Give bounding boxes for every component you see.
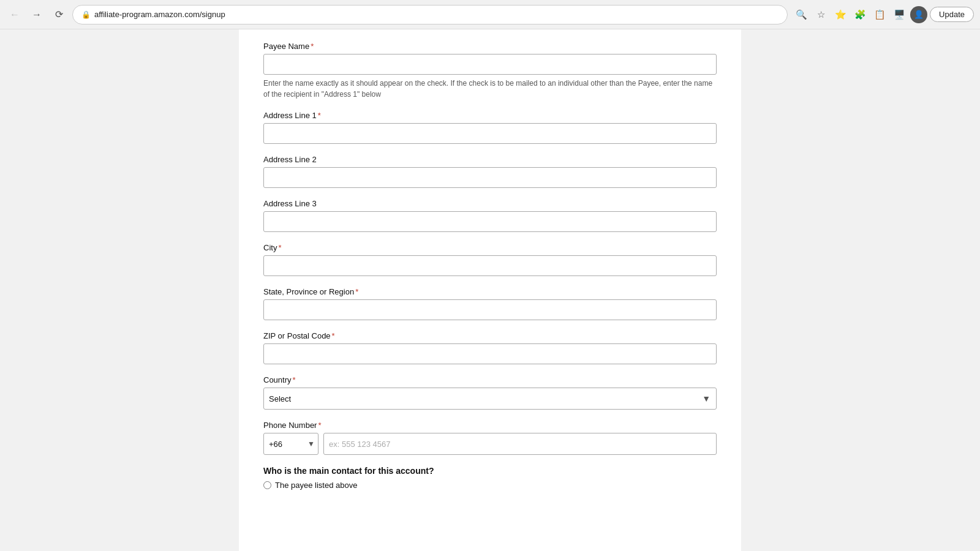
address-line2-group: Address Line 2 [263,155,717,188]
payee-name-input[interactable] [263,54,717,75]
address-line2-label: Address Line 2 [263,155,717,164]
extension3-button[interactable]: 🖥️ [891,6,908,23]
phone-code-wrapper: +66 ▼ [263,433,318,455]
main-contact-group: Who is the main contact for this account… [263,466,717,490]
state-input[interactable] [263,299,717,320]
main-contact-radio-group: The payee listed above [263,481,717,490]
city-label: City* [263,243,717,252]
payee-name-group: Payee Name* Enter the name exactly as it… [263,42,717,100]
payee-name-label: Payee Name* [263,42,717,51]
state-group: State, Province or Region* [263,287,717,320]
zip-label: ZIP or Postal Code* [263,331,717,340]
profile-avatar[interactable]: 👤 [910,6,927,23]
payee-name-helper: Enter the name exactly as it should appe… [263,78,717,100]
url-input[interactable] [94,10,778,19]
address-bar[interactable]: 🔒 [72,5,788,24]
address-line2-input[interactable] [263,167,717,188]
page-wrapper: Payee Name* Enter the name exactly as it… [0,29,980,551]
address-line1-label: Address Line 1* [263,111,717,120]
extension1-button[interactable]: 🧩 [851,6,869,23]
zip-group: ZIP or Postal Code* [263,331,717,364]
payee-radio-label: The payee listed above [275,481,357,490]
update-button[interactable]: Update [930,7,974,22]
address-line1-input[interactable] [263,123,717,144]
payee-radio-input[interactable] [263,481,271,489]
payee-radio-option: The payee listed above [263,481,717,490]
browser-window: ← → ⟳ 🔒 🔍 ☆ ⭐ 🧩 📋 🖥️ 👤 Update Payee Name… [0,0,980,551]
phone-required: * [318,421,321,430]
zip-required: * [332,331,335,340]
city-group: City* [263,243,717,276]
country-group: Country* Select ▼ [263,375,717,410]
toolbar-icons: 🔍 ☆ ⭐ 🧩 📋 🖥️ 👤 Update [793,6,974,23]
form-container: Payee Name* Enter the name exactly as it… [239,29,741,551]
forward-button[interactable]: → [28,6,45,23]
country-select[interactable]: Select [263,388,717,410]
phone-group: Phone Number* +66 ▼ [263,421,717,455]
browser-toolbar: ← → ⟳ 🔒 🔍 ☆ ⭐ 🧩 📋 🖥️ 👤 Update [0,0,980,29]
country-select-wrapper: Select ▼ [263,388,717,410]
extension2-button[interactable]: 📋 [871,6,888,23]
bookmark-star-icon[interactable]: ⭐ [832,6,849,23]
main-contact-heading: Who is the main contact for this account… [263,466,717,476]
payee-name-required: * [311,42,314,51]
city-input[interactable] [263,255,717,276]
bookmark-button[interactable]: ☆ [812,6,829,23]
address-line3-input[interactable] [263,211,717,232]
lock-icon: 🔒 [81,10,91,19]
zip-input[interactable] [263,343,717,364]
country-label: Country* [263,375,717,384]
phone-label: Phone Number* [263,421,717,430]
state-label: State, Province or Region* [263,287,717,296]
back-button[interactable]: ← [6,6,23,23]
zoom-button[interactable]: 🔍 [793,6,810,23]
phone-number-input[interactable] [323,433,717,455]
city-required: * [278,243,281,252]
state-required: * [355,287,358,296]
phone-input-group: +66 ▼ [263,433,717,455]
address-line3-group: Address Line 3 [263,199,717,232]
country-required: * [293,375,296,384]
address-line1-group: Address Line 1* [263,111,717,144]
phone-country-code-select[interactable]: +66 [263,433,318,455]
address-line1-required: * [318,111,321,120]
address-line3-label: Address Line 3 [263,199,717,208]
refresh-button[interactable]: ⟳ [50,6,67,23]
